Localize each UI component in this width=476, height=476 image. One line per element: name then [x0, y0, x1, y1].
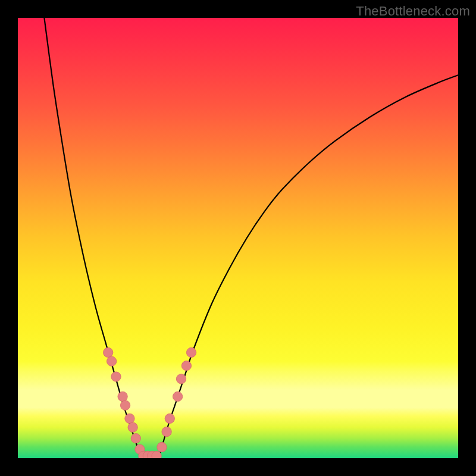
data-marker: [128, 422, 137, 432]
data-marker: [173, 392, 182, 401]
data-marker: [176, 374, 186, 384]
chart-svg: [18, 18, 458, 458]
data-marker: [162, 427, 171, 436]
data-marker: [118, 392, 127, 401]
data-marker: [131, 434, 140, 443]
data-marker: [152, 451, 161, 458]
watermark-text: TheBottleneck.com: [356, 4, 470, 19]
curve-left: [44, 18, 141, 458]
data-marker: [165, 414, 174, 423]
data-marker: [125, 414, 134, 423]
curve-right: [159, 75, 458, 458]
data-marker: [120, 400, 130, 410]
marker-layer: [104, 347, 196, 458]
chart-frame: TheBottleneck.com: [0, 0, 476, 476]
plot-area: [18, 18, 458, 458]
data-marker: [104, 347, 113, 357]
data-marker: [181, 361, 191, 370]
data-marker: [111, 372, 121, 381]
data-marker: [157, 442, 167, 452]
data-marker: [107, 356, 116, 366]
data-marker: [186, 347, 196, 357]
